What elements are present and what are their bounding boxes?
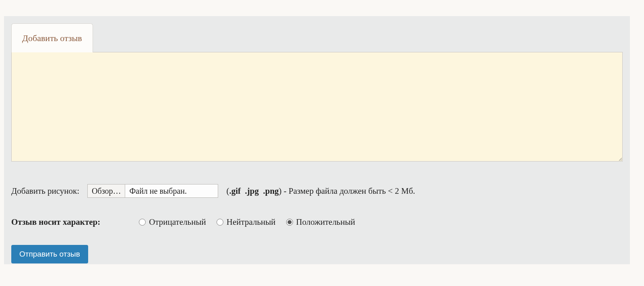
radio-positive[interactable]: Положительный bbox=[286, 217, 355, 227]
radio-negative-label: Отрицательный bbox=[149, 217, 206, 227]
tab-bar: Добавить отзыв bbox=[11, 23, 623, 52]
radio-negative-input[interactable] bbox=[139, 219, 146, 226]
file-browse-label: Обзор… bbox=[92, 187, 121, 196]
file-status: Файл не выбран. bbox=[125, 184, 218, 197]
tab-label: Добавить отзыв bbox=[22, 33, 82, 44]
radio-positive-label: Положительный bbox=[296, 217, 355, 227]
nature-row: Отзыв носит характер: Отрицательный Нейт… bbox=[11, 217, 623, 227]
file-browse-button[interactable]: Обзор… bbox=[88, 184, 125, 197]
radio-negative[interactable]: Отрицательный bbox=[139, 217, 206, 227]
file-hint: (.gif .jpg .png) - Размер файла должен б… bbox=[226, 186, 415, 196]
file-input[interactable]: Обзор… Файл не выбран. bbox=[87, 184, 218, 198]
file-row: Добавить рисунок: Обзор… Файл не выбран.… bbox=[11, 184, 623, 198]
submit-label: Отправить отзыв bbox=[19, 250, 80, 258]
review-form-panel: Добавить отзыв Добавить рисунок: Обзор… … bbox=[4, 16, 630, 264]
radio-neutral[interactable]: Нейтральный bbox=[217, 217, 276, 227]
submit-button[interactable]: Отправить отзыв bbox=[11, 245, 88, 263]
radio-neutral-label: Нейтральный bbox=[227, 217, 276, 227]
file-label: Добавить рисунок: bbox=[11, 186, 79, 196]
review-textarea[interactable] bbox=[11, 52, 623, 162]
nature-radio-group: Отрицательный Нейтральный Положительный bbox=[139, 217, 355, 227]
radio-positive-input[interactable] bbox=[286, 219, 293, 226]
file-ext-gif: .gif bbox=[229, 186, 241, 196]
tab-add-review[interactable]: Добавить отзыв bbox=[11, 23, 93, 52]
radio-neutral-input[interactable] bbox=[217, 219, 223, 226]
file-ext-png: .png bbox=[263, 186, 279, 196]
file-ext-jpg: .jpg bbox=[245, 186, 259, 196]
nature-label: Отзыв носит характер: bbox=[11, 217, 100, 227]
